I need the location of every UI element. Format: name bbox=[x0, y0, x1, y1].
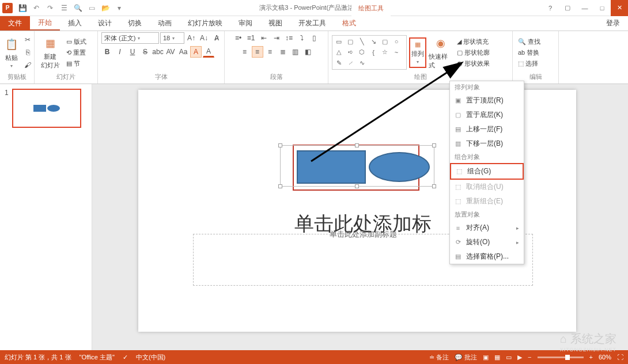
resize-handle[interactable] bbox=[432, 184, 436, 188]
preview-icon[interactable]: 🔍 bbox=[73, 3, 83, 13]
menu-bring-front[interactable]: ▣置于顶层(R) bbox=[450, 93, 524, 108]
text-direction-icon[interactable]: ⤵ bbox=[296, 32, 308, 44]
bullets-icon[interactable]: ≡• bbox=[233, 32, 244, 44]
maximize-button[interactable]: □ bbox=[593, 0, 611, 16]
strike-button[interactable]: S bbox=[139, 46, 151, 58]
copy-icon[interactable]: ⎘ bbox=[22, 47, 33, 58]
menu-rotate[interactable]: ⟳旋转(O)▸ bbox=[450, 235, 524, 249]
underline-button[interactable]: U bbox=[127, 46, 138, 58]
fit-window-icon[interactable]: ⛶ bbox=[617, 354, 623, 361]
indent-left-icon[interactable]: ⇤ bbox=[258, 32, 270, 44]
open-icon[interactable]: 📂 bbox=[100, 3, 111, 13]
shape-wave-icon[interactable]: ∿ bbox=[357, 58, 367, 67]
shape-outline-button[interactable]: ▢形状轮廓 bbox=[455, 48, 491, 58]
slideshow-icon[interactable]: ▭ bbox=[86, 3, 97, 13]
thumbnail-preview[interactable] bbox=[12, 89, 81, 128]
resize-handle[interactable] bbox=[278, 184, 282, 188]
zoom-slider-thumb[interactable] bbox=[565, 355, 570, 360]
shadow-button[interactable]: abc bbox=[152, 46, 164, 58]
shape-line-icon[interactable]: ╲ bbox=[357, 37, 367, 46]
menu-send-backward[interactable]: ▥下移一层(B) bbox=[450, 136, 524, 151]
tab-file[interactable]: 文件 bbox=[0, 16, 30, 31]
tab-design[interactable]: 设计 bbox=[90, 16, 120, 31]
touch-icon[interactable]: ☰ bbox=[59, 3, 69, 13]
shape-connector-icon[interactable]: ⟋ bbox=[345, 58, 355, 67]
align-left-icon[interactable]: ≡ bbox=[239, 46, 251, 58]
replace-button[interactable]: ab替换 bbox=[516, 48, 542, 58]
comments-button[interactable]: 💬 批注 bbox=[455, 353, 477, 362]
shape-free-icon[interactable]: ✎ bbox=[334, 58, 344, 67]
menu-align[interactable]: ≡对齐(A)▸ bbox=[450, 221, 524, 235]
redo-icon[interactable]: ↷ bbox=[45, 3, 55, 13]
view-normal-icon[interactable]: ▣ bbox=[483, 354, 489, 361]
clear-format-icon[interactable]: A̷ bbox=[211, 32, 222, 44]
shape-oval-icon[interactable]: ○ bbox=[391, 37, 402, 46]
align-text-icon[interactable]: ▯ bbox=[309, 32, 320, 44]
shape-rect2-icon[interactable]: ▢ bbox=[380, 37, 390, 46]
zoom-level[interactable]: 60% bbox=[599, 354, 611, 361]
tab-developer[interactable]: 开发工具 bbox=[290, 16, 334, 31]
justify-icon[interactable]: ≣ bbox=[277, 46, 289, 58]
highlight-button[interactable]: A bbox=[190, 46, 202, 58]
increase-font-icon[interactable]: A↑ bbox=[186, 32, 197, 44]
spacing-button[interactable]: AV bbox=[165, 46, 176, 58]
zoom-slider[interactable] bbox=[538, 357, 584, 358]
font-color-button[interactable]: A bbox=[203, 46, 214, 58]
qat-more-icon[interactable]: ▾ bbox=[114, 3, 124, 13]
new-slide-button[interactable]: ▦ 新建 幻灯片 bbox=[38, 35, 62, 70]
menu-bring-forward[interactable]: ▤上移一层(F) bbox=[450, 122, 524, 136]
resize-handle[interactable] bbox=[355, 143, 359, 147]
shape-curve-icon[interactable]: ~ bbox=[391, 48, 402, 57]
shape-tri-icon[interactable]: △ bbox=[334, 48, 344, 57]
notes-button[interactable]: ≐ 备注 bbox=[429, 353, 449, 362]
indent-right-icon[interactable]: ⇥ bbox=[271, 32, 282, 44]
line-spacing-icon[interactable]: ↕≡ bbox=[283, 32, 295, 44]
ribbon-display-button[interactable]: ▢ bbox=[559, 0, 576, 16]
italic-button[interactable]: I bbox=[114, 46, 126, 58]
font-size-combo[interactable]: 18▾ bbox=[160, 32, 184, 44]
align-right-icon[interactable]: ≡ bbox=[264, 46, 276, 58]
view-reading-icon[interactable]: ▭ bbox=[506, 354, 512, 361]
status-spellcheck-icon[interactable]: ✓ bbox=[123, 354, 128, 361]
login-link[interactable]: 登录 bbox=[598, 16, 628, 31]
thumbnail-item[interactable]: 1 bbox=[5, 89, 87, 128]
columns-icon[interactable]: ▥ bbox=[290, 46, 301, 58]
find-button[interactable]: 🔍查找 bbox=[516, 37, 542, 47]
resize-handle[interactable] bbox=[355, 184, 359, 188]
minimize-button[interactable]: — bbox=[576, 0, 593, 16]
tab-view[interactable]: 视图 bbox=[260, 16, 290, 31]
case-button[interactable]: Aa bbox=[177, 46, 189, 58]
tab-review[interactable]: 审阅 bbox=[230, 16, 260, 31]
shape-arrow2-icon[interactable]: ➪ bbox=[345, 48, 355, 57]
tab-insert[interactable]: 插入 bbox=[60, 16, 90, 31]
section-button[interactable]: ▤节 bbox=[65, 59, 88, 69]
shape-star-icon[interactable]: ☆ bbox=[380, 48, 390, 57]
resize-handle[interactable] bbox=[278, 143, 282, 147]
help-button[interactable]: ? bbox=[542, 0, 559, 16]
close-button[interactable]: ✕ bbox=[611, 0, 628, 16]
zoom-out-icon[interactable]: − bbox=[528, 354, 531, 361]
paste-button[interactable]: 📋 粘贴 ▾ bbox=[3, 36, 20, 69]
tab-home[interactable]: 开始 bbox=[30, 16, 60, 31]
save-icon[interactable]: 💾 bbox=[17, 3, 28, 13]
view-slideshow-icon[interactable]: ▶ bbox=[517, 354, 522, 361]
tab-format[interactable]: 格式 bbox=[334, 16, 364, 31]
shape-fill-button[interactable]: ◢形状填充 bbox=[455, 37, 491, 47]
format-painter-icon[interactable]: 🖌 bbox=[22, 59, 33, 71]
decrease-font-icon[interactable]: A↓ bbox=[198, 32, 210, 44]
reset-button[interactable]: ⟲重置 bbox=[65, 48, 88, 58]
select-button[interactable]: ⬚选择 bbox=[516, 59, 542, 69]
shapes-gallery[interactable]: ▭ ▢ ╲ ↘ ▢ ○ △ ➪ ⬡ { ☆ ~ ✎ ⟋ ∿ bbox=[332, 35, 407, 70]
align-center-icon[interactable]: ≡ bbox=[252, 46, 263, 58]
shape-text-icon[interactable]: ▢ bbox=[345, 37, 355, 46]
tab-slideshow[interactable]: 幻灯片放映 bbox=[180, 16, 230, 31]
shape-poly-icon[interactable]: ⬡ bbox=[357, 48, 367, 57]
tab-animations[interactable]: 动画 bbox=[150, 16, 180, 31]
view-sorter-icon[interactable]: ▦ bbox=[494, 354, 500, 361]
undo-icon[interactable]: ↶ bbox=[31, 3, 41, 13]
menu-selection-pane[interactable]: ▤选择窗格(P)... bbox=[450, 249, 524, 264]
shape-effects-button[interactable]: ◐形状效果 bbox=[455, 59, 491, 69]
shape-brace-icon[interactable]: { bbox=[368, 48, 379, 57]
menu-send-back[interactable]: ▢置于底层(K) bbox=[450, 108, 524, 122]
smartart-icon[interactable]: ◧ bbox=[302, 46, 314, 58]
